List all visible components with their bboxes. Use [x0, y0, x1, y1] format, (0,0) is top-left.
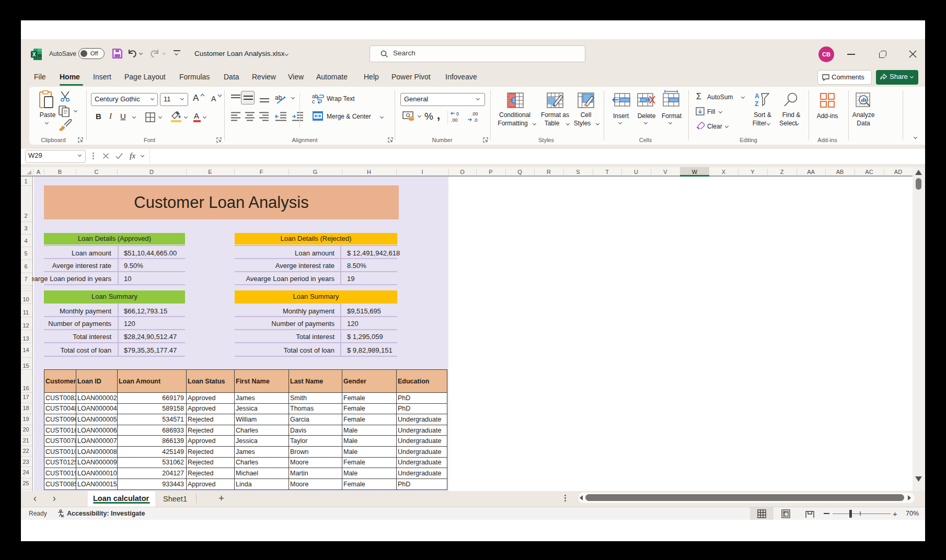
svg-text:A: A: [755, 92, 759, 100]
svg-text:.00: .00: [471, 111, 478, 116]
svg-text:.00: .00: [451, 118, 458, 123]
svg-text:Z: Z: [755, 100, 758, 107]
svg-text:.0: .0: [474, 118, 478, 123]
svg-text:X: X: [32, 52, 36, 57]
svg-text:c: c: [312, 98, 315, 104]
svg-text:0: 0: [456, 111, 459, 116]
